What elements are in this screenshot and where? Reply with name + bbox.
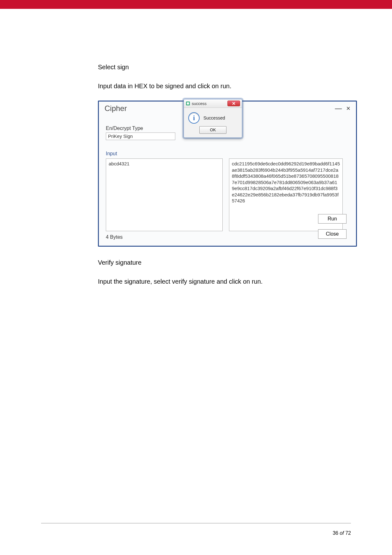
io-row: abcd4321 cdc21195c69de6cdec0dd96292d19e8…: [106, 158, 349, 231]
dialog-close-button[interactable]: [227, 101, 240, 106]
success-dialog: success i Successed OK: [184, 99, 242, 138]
page-content: Select sign Input data in HEX to be sign…: [0, 9, 392, 286]
verify-sig-instruction: Input the signature, select verify signa…: [98, 277, 294, 286]
page-current: 36: [333, 530, 338, 536]
dialog-footer: OK: [184, 126, 242, 138]
document-page: Select sign Input data in HEX to be sign…: [0, 0, 392, 555]
cipher-title: Cipher: [105, 104, 127, 113]
page-of: of: [340, 530, 344, 536]
page-number: 36 of 72: [333, 530, 351, 536]
page-total: 72: [345, 530, 351, 536]
footer-divider: [41, 523, 351, 523]
encrypt-type-select[interactable]: PriKey Sign: [106, 133, 175, 140]
cipher-window: Cipher — × En/Decrypt Type PriKey Sign I…: [98, 101, 357, 247]
input-label: Input: [106, 151, 349, 157]
x-icon: [232, 102, 235, 105]
input-hex-instruction: Input data in HEX to be signed and click…: [98, 82, 294, 90]
minimize-icon[interactable]: —: [335, 104, 342, 113]
select-sign-text: Select sign: [98, 63, 294, 71]
close-icon[interactable]: ×: [346, 104, 350, 113]
info-i-glyph: i: [193, 114, 195, 122]
verify-sig-heading: Verify signature: [98, 258, 294, 267]
dialog-favicon-icon: [186, 101, 190, 106]
dialog-title: success: [192, 101, 207, 106]
svg-rect-1: [187, 102, 189, 105]
dialog-body: i Successed: [184, 108, 242, 126]
header-red-bar: [0, 0, 392, 9]
run-button[interactable]: Run: [318, 214, 347, 224]
info-icon: i: [188, 112, 200, 124]
dialog-title-wrap: success: [186, 101, 207, 106]
bytes-label: 4 Bytes: [106, 234, 349, 240]
ok-button[interactable]: OK: [199, 126, 226, 134]
dialog-titlebar: success: [184, 99, 242, 108]
dialog-message: Successed: [203, 115, 225, 120]
close-button[interactable]: Close: [318, 229, 347, 239]
button-stack: Run Close: [318, 214, 347, 239]
input-textarea[interactable]: abcd4321: [106, 158, 223, 231]
window-controls: — ×: [335, 104, 350, 113]
